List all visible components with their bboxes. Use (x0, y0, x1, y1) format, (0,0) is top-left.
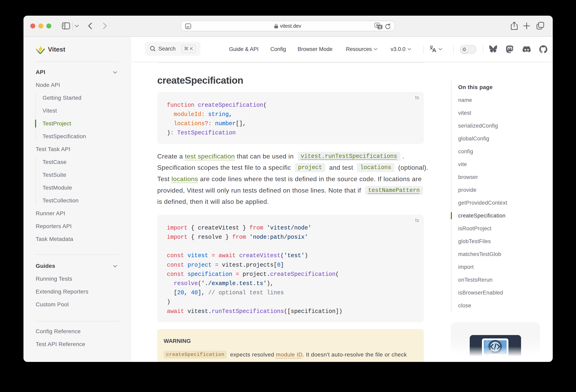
svg-text:文: 文 (378, 25, 382, 29)
